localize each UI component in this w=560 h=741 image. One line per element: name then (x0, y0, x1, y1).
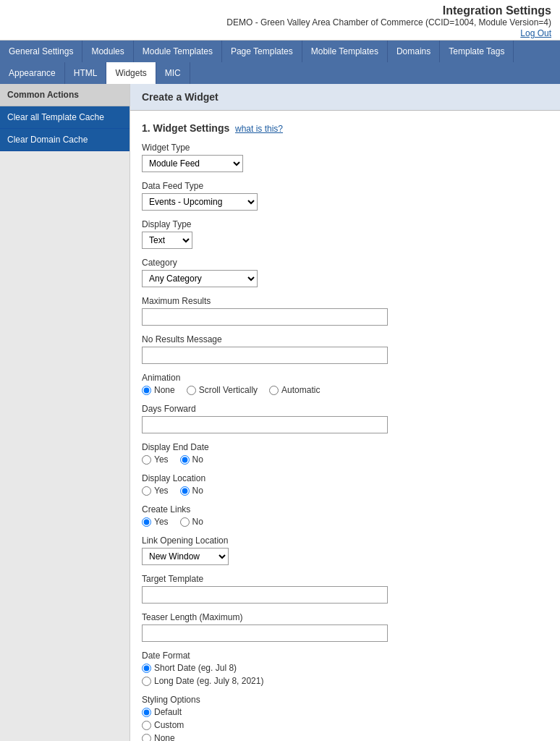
logout-link[interactable]: Log Out (520, 28, 551, 38)
location-no-label[interactable]: No (180, 486, 203, 496)
long-date-label[interactable]: Long Date (eg. July 8, 2021) (142, 676, 548, 686)
create-links-label: Create Links (142, 504, 548, 515)
category-group: Category Any Category Category 1 Categor… (142, 258, 548, 287)
animation-none-label[interactable]: None (142, 385, 175, 395)
nav-mic[interactable]: MIC (156, 62, 190, 84)
main-layout: Common Actions Clear all Template Cache … (0, 84, 560, 741)
animation-none-radio[interactable] (142, 386, 151, 395)
display-location-radio-group: Yes No (142, 486, 548, 496)
page-title: Integration Settings (9, 4, 551, 17)
location-yes-radio[interactable] (142, 486, 151, 496)
nav-widgets[interactable]: Widgets (106, 62, 156, 84)
link-opening-select[interactable]: New Window Same Window (142, 548, 229, 565)
no-results-label: No Results Message (142, 334, 548, 344)
nav-html[interactable]: HTML (65, 62, 107, 84)
styling-custom-radio[interactable] (142, 721, 151, 730)
widget-settings-title: 1. Widget Settings what is this? (142, 122, 548, 134)
create-links-group: Create Links Yes No (142, 504, 548, 527)
data-feed-type-group: Data Feed Type Events - Upcoming News Jo… (142, 181, 548, 211)
styling-group: Styling Options Default Custom None (142, 695, 548, 741)
styling-none-label[interactable]: None (142, 733, 548, 741)
link-opening-group: Link Opening Location New Window Same Wi… (142, 535, 548, 565)
display-location-group: Display Location Yes No (142, 473, 548, 496)
display-type-label: Display Type (142, 219, 548, 229)
main-content: Create a Widget 1. Widget Settings what … (130, 84, 560, 741)
animation-label: Animation (142, 373, 548, 383)
styling-radio-group: Default Custom None (142, 707, 548, 741)
no-results-input[interactable] (142, 347, 388, 364)
create-links-radio-group: Yes No (142, 517, 548, 527)
category-label: Category (142, 258, 548, 268)
date-format-label: Date Format (142, 651, 548, 661)
days-forward-group: Days Forward (142, 404, 548, 433)
data-feed-type-label: Data Feed Type (142, 181, 548, 191)
display-type-select[interactable]: Text Image Calendar (142, 232, 192, 249)
widget-type-select[interactable]: Module Feed Content Feed (142, 155, 243, 172)
no-results-group: No Results Message (142, 334, 548, 364)
nav-mobile-templates[interactable]: Mobile Templates (302, 41, 388, 62)
animation-scroll-radio[interactable] (187, 386, 196, 395)
target-template-label: Target Template (142, 574, 548, 584)
max-results-label: Maximum Results (142, 296, 548, 306)
main-nav: General Settings Modules Module Template… (0, 41, 560, 84)
nav-general-settings[interactable]: General Settings (0, 41, 82, 62)
max-results-group: Maximum Results (142, 296, 548, 326)
nav-module-templates[interactable]: Module Templates (134, 41, 222, 62)
teaser-length-group: Teaser Length (Maximum) (142, 612, 548, 642)
date-format-radio-group: Short Date (eg. Jul 8) Long Date (eg. Ju… (142, 663, 548, 686)
animation-auto-label[interactable]: Automatic (269, 385, 320, 395)
styling-label: Styling Options (142, 695, 548, 705)
category-select[interactable]: Any Category Category 1 Category 2 (142, 270, 258, 287)
nav-page-templates[interactable]: Page Templates (222, 41, 302, 62)
short-date-radio[interactable] (142, 664, 151, 673)
main-header: Create a Widget (130, 84, 560, 111)
teaser-length-label: Teaser Length (Maximum) (142, 612, 548, 622)
styling-default-label[interactable]: Default (142, 707, 548, 717)
sidebar-section-title: Common Actions (0, 84, 130, 106)
end-date-no-radio[interactable] (180, 455, 190, 465)
display-end-date-group: Display End Date Yes No (142, 442, 548, 465)
create-links-no-radio[interactable] (180, 517, 190, 527)
animation-radio-group: None Scroll Vertically Automatic (142, 385, 548, 395)
widget-settings-label: 1. Widget Settings (142, 122, 229, 134)
sidebar: Common Actions Clear all Template Cache … (0, 84, 130, 741)
styling-none-radio[interactable] (142, 734, 151, 742)
end-date-no-label[interactable]: No (180, 454, 203, 465)
styling-custom-label[interactable]: Custom (142, 720, 548, 730)
data-feed-type-select[interactable]: Events - Upcoming News Jobs Members (142, 193, 258, 211)
long-date-radio[interactable] (142, 677, 151, 686)
what-is-this-link[interactable]: what is this? (235, 124, 283, 134)
location-no-radio[interactable] (180, 486, 190, 496)
nav-domains[interactable]: Domains (388, 41, 440, 62)
animation-auto-radio[interactable] (269, 386, 279, 395)
main-body: 1. Widget Settings what is this? Widget … (130, 111, 560, 741)
animation-group: Animation None Scroll Vertically Automat… (142, 373, 548, 395)
target-template-group: Target Template (142, 574, 548, 604)
animation-scroll-label[interactable]: Scroll Vertically (187, 385, 258, 395)
styling-default-radio[interactable] (142, 708, 151, 717)
max-results-input[interactable] (142, 308, 388, 326)
link-opening-label: Link Opening Location (142, 535, 548, 546)
nav-appearance[interactable]: Appearance (0, 62, 65, 84)
display-type-group: Display Type Text Image Calendar (142, 219, 548, 249)
short-date-label[interactable]: Short Date (eg. Jul 8) (142, 663, 548, 673)
page-subtitle: DEMO - Green Valley Area Chamber of Comm… (9, 17, 551, 27)
create-links-yes-radio[interactable] (142, 517, 151, 527)
clear-template-cache-button[interactable]: Clear all Template Cache (0, 106, 130, 129)
page-header: Integration Settings DEMO - Green Valley… (0, 0, 560, 41)
end-date-yes-label[interactable]: Yes (142, 454, 169, 465)
clear-domain-cache-button[interactable]: Clear Domain Cache (0, 129, 130, 151)
create-links-yes-label[interactable]: Yes (142, 517, 169, 527)
display-end-date-radio-group: Yes No (142, 454, 548, 465)
target-template-input[interactable] (142, 586, 388, 604)
nav-template-tags[interactable]: Template Tags (440, 41, 514, 62)
teaser-length-input[interactable] (142, 624, 388, 642)
location-yes-label[interactable]: Yes (142, 486, 169, 496)
date-format-group: Date Format Short Date (eg. Jul 8) Long … (142, 651, 548, 686)
display-end-date-label: Display End Date (142, 442, 548, 452)
nav-modules[interactable]: Modules (82, 41, 133, 62)
days-forward-input[interactable] (142, 416, 388, 433)
create-links-no-label[interactable]: No (180, 517, 203, 527)
widget-type-group: Widget Type Module Feed Content Feed (142, 143, 548, 172)
end-date-yes-radio[interactable] (142, 455, 151, 465)
